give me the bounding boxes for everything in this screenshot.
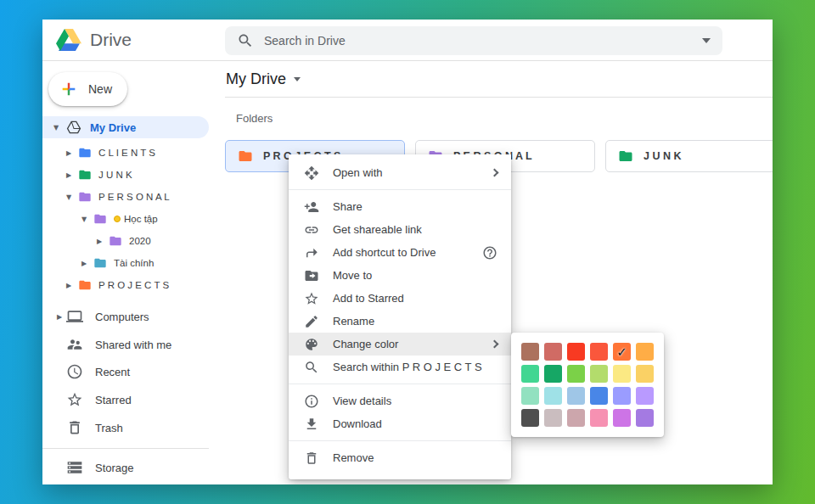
plus-icon (59, 80, 78, 98)
chevron-collapsed-icon[interactable]: ▶ (63, 171, 75, 179)
folder-icon (78, 146, 92, 160)
folder-card-junk[interactable]: J U N K (605, 140, 773, 172)
search-icon (237, 32, 254, 49)
menu-item-label: Move to (333, 269, 372, 282)
sidebar-item-starred[interactable]: Starred (42, 389, 225, 411)
check-icon: ✓ (613, 343, 631, 361)
color-swatch[interactable] (636, 387, 654, 405)
sidebar-item-junk[interactable]: ▶ J U N K (42, 164, 225, 186)
color-swatch[interactable] (590, 343, 608, 361)
sidebar-item-label: C L I E N T S (98, 148, 155, 158)
menu-item-label: Rename (333, 315, 374, 328)
menu-item-remove[interactable]: Remove (289, 446, 511, 469)
new-button[interactable]: New (48, 72, 127, 106)
color-swatch[interactable] (567, 409, 585, 427)
context-menu: Open with Share Get shareable link Add s… (289, 154, 511, 479)
color-swatch[interactable] (590, 365, 608, 383)
chevron-expanded-icon[interactable]: ▼ (63, 193, 75, 201)
search-bar[interactable] (225, 26, 722, 55)
sidebar-item-projects[interactable]: ▶ P R O J E C T S (42, 274, 225, 296)
color-swatch[interactable] (567, 365, 585, 383)
menu-item-open-with[interactable]: Open with (289, 161, 511, 184)
menu-item-add-to-starred[interactable]: Add to Starred (289, 287, 511, 310)
menu-item-label: Open with (333, 166, 383, 179)
shortcut-icon (304, 245, 319, 260)
color-swatch[interactable] (613, 365, 631, 383)
sidebar-item-hoc-tap[interactable]: ▼ Học tập (42, 208, 225, 230)
new-button-label: New (88, 82, 112, 96)
search-input[interactable] (264, 34, 692, 48)
color-swatch[interactable] (636, 365, 654, 383)
color-swatch[interactable] (521, 343, 539, 361)
sidebar-item-label: P E R S O N A L (98, 192, 170, 202)
sidebar-item-label: J U N K (98, 170, 132, 180)
help-icon[interactable] (482, 245, 497, 260)
sidebar-item-storage[interactable]: Storage (42, 456, 225, 479)
submenu-chevron-icon (491, 169, 499, 177)
menu-item-download[interactable]: Download (289, 412, 511, 435)
menu-item-rename[interactable]: Rename (289, 310, 511, 333)
menu-item-view-details[interactable]: View details (289, 389, 511, 412)
search-options-caret-icon[interactable] (702, 38, 711, 43)
menu-item-add-shortcut[interactable]: Add shortcut to Drive (289, 241, 511, 264)
folder-icon (78, 278, 92, 292)
color-swatch[interactable] (613, 409, 631, 427)
color-swatch[interactable] (521, 409, 539, 427)
chevron-collapsed-icon[interactable]: ▶ (78, 260, 90, 267)
chevron-collapsed-icon[interactable]: ▶ (63, 282, 75, 289)
color-swatch[interactable] (567, 343, 585, 361)
chevron-expanded-icon[interactable]: ▼ (49, 124, 63, 132)
menu-divider (289, 384, 511, 384)
menu-item-label: Change color (333, 338, 398, 350)
sidebar-item-label: Recent (95, 366, 130, 378)
folder-icon (618, 148, 633, 164)
sidebar-item-label: Storage (95, 462, 134, 474)
color-swatch[interactable] (544, 365, 562, 383)
sidebar-item-trash[interactable]: Trash (42, 417, 225, 439)
chevron-down-icon[interactable] (294, 77, 301, 81)
color-swatch[interactable] (567, 387, 585, 405)
sidebar-item-recent[interactable]: Recent (42, 361, 225, 383)
sidebar-item-label: Trash (95, 422, 123, 434)
breadcrumb[interactable]: My Drive (225, 61, 773, 98)
color-swatch[interactable] (636, 409, 654, 427)
color-swatch[interactable] (590, 387, 608, 405)
menu-item-search-within[interactable]: Search within P R O J E C T S (289, 356, 511, 378)
color-swatch[interactable] (613, 387, 631, 405)
color-swatch[interactable] (636, 343, 654, 361)
bulb-icon (114, 216, 121, 222)
sidebar-item-label: 2020 (129, 236, 151, 246)
menu-item-get-shareable-link[interactable]: Get shareable link (289, 218, 511, 241)
chevron-collapsed-icon[interactable]: ▶ (93, 238, 105, 245)
color-swatch[interactable] (590, 409, 608, 427)
storage-icon (66, 459, 83, 476)
menu-item-change-color[interactable]: Change color (289, 333, 511, 356)
color-swatch-selected[interactable]: ✓ (613, 343, 631, 361)
sidebar-item-2020[interactable]: ▶ 2020 (42, 230, 225, 252)
sidebar-item-label: P R O J E C T S (98, 280, 169, 290)
sidebar-item-label: Học tập (124, 214, 158, 224)
sidebar-item-label: Shared with me (95, 339, 171, 351)
chevron-collapsed-icon[interactable]: ▶ (53, 313, 66, 321)
sidebar-item-label: Tài chính (114, 258, 154, 268)
chevron-collapsed-icon[interactable]: ▶ (63, 149, 75, 157)
color-swatch[interactable] (544, 343, 562, 361)
sidebar-item-shared-with-me[interactable]: Shared with me (42, 333, 225, 356)
sidebar-item-computers[interactable]: ▶ Computers (42, 305, 225, 328)
menu-divider (289, 189, 511, 190)
color-swatch[interactable] (544, 387, 562, 405)
sidebar-item-personal[interactable]: ▼ P E R S O N A L (42, 186, 225, 208)
color-swatch[interactable] (521, 387, 539, 405)
color-swatch[interactable] (544, 409, 562, 427)
color-swatch[interactable] (521, 365, 539, 383)
drive-logo[interactable]: Drive (56, 29, 132, 51)
chevron-expanded-icon[interactable]: ▼ (78, 216, 90, 223)
sidebar-divider (42, 448, 209, 449)
folders-section-label: Folders (236, 112, 273, 125)
menu-item-share[interactable]: Share (289, 195, 511, 218)
sidebar-item-tai-chinh[interactable]: ▶ Tài chính (42, 252, 225, 274)
menu-item-label: View details (333, 395, 391, 407)
sidebar-item-clients[interactable]: ▶ C L I E N T S (42, 142, 225, 164)
menu-item-move-to[interactable]: Move to (289, 264, 511, 287)
sidebar-item-my-drive[interactable]: ▼ My Drive (42, 116, 209, 138)
